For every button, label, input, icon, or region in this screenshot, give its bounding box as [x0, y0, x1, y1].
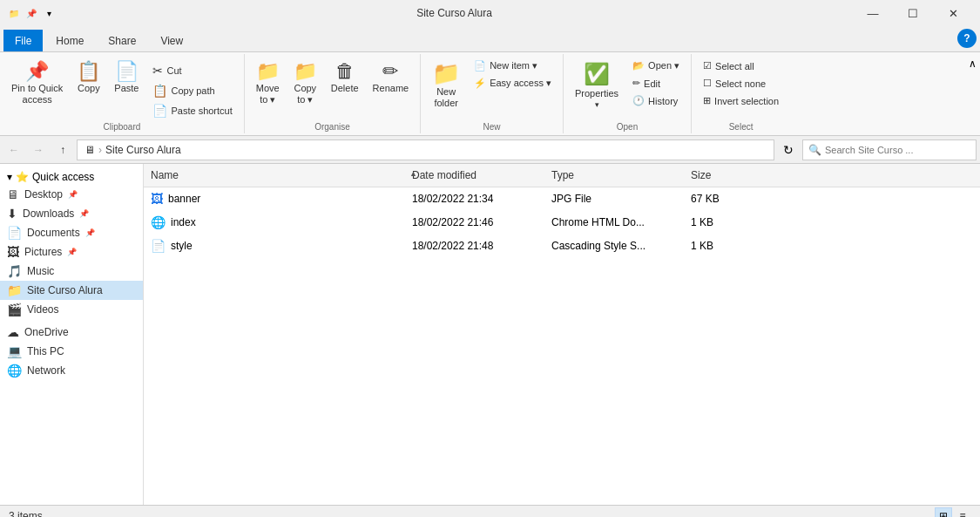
file-list-header: Name Date modified Type Size [144, 164, 980, 187]
ribbon-tabs: File Home Share View ? [0, 26, 980, 52]
copy-path-label: Copy path [171, 85, 214, 96]
music-icon: 🎵 [7, 264, 22, 278]
file-size-style: 1 KB [684, 238, 754, 254]
file-date-index: 18/02/2022 21:46 [405, 214, 544, 230]
file-row-index[interactable]: 🌐 index 18/02/2022 21:46 Chrome HTML Do.… [144, 211, 980, 235]
col-header-type[interactable]: Type [544, 167, 684, 183]
forward-button[interactable]: → [28, 139, 49, 160]
file-type-banner: JPG File [544, 191, 684, 207]
minimize-button[interactable]: — [853, 0, 893, 26]
close-button[interactable]: ✕ [933, 0, 973, 26]
paste-shortcut-label: Paste shortcut [171, 105, 232, 116]
open-btn[interactable]: 📂 Open ▾ [626, 58, 686, 74]
cut-button[interactable]: ✂ Cut [146, 61, 238, 80]
title-bar-icons: 📁 📌 ▾ [7, 6, 56, 20]
quick-access-label: Quick access [32, 171, 94, 183]
tab-share[interactable]: Share [97, 30, 147, 51]
up-button[interactable]: ↑ [52, 139, 73, 160]
help-button[interactable]: ? [957, 29, 977, 48]
back-button[interactable]: ← [3, 139, 24, 160]
clipboard-label: Clipboard [103, 120, 140, 132]
sidebar-item-onedrive[interactable]: ☁ OneDrive [0, 323, 143, 342]
select-items: ☑ Select all ☐ Select none ⊞ Invert sele… [697, 58, 785, 109]
sort-arrow: ▲ [409, 164, 417, 178]
organise-group: 📁 Moveto ▾ 📁 Copyto ▾ 🗑 Delete ✏ Rename … [245, 54, 421, 133]
downloads-label: Downloads [23, 207, 74, 220]
sidebar-item-documents[interactable]: 📄 Documents 📌 [0, 223, 143, 242]
onedrive-icon: ☁ [7, 325, 19, 339]
tab-file[interactable]: File [3, 30, 43, 51]
documents-label: Documents [27, 227, 80, 239]
sidebar-item-pictures[interactable]: 🖼 Pictures 📌 [0, 242, 143, 262]
address-path[interactable]: 🖥 › Site Curso Alura [77, 139, 774, 160]
sidebar-item-downloads[interactable]: ⬇ Downloads 📌 [0, 204, 143, 223]
easy-access-button[interactable]: ⚡ Easy access ▾ [468, 75, 558, 92]
view-list-button[interactable]: ⊞ [935, 507, 952, 518]
index-icon: 🌐 [151, 215, 166, 229]
style-icon: 📄 [151, 239, 166, 253]
move-to-button[interactable]: 📁 Moveto ▾ [250, 58, 286, 110]
dropdown-icon: ▾ [42, 6, 56, 20]
search-box[interactable]: 🔍 [802, 139, 977, 160]
delete-button[interactable]: 🗑 Delete [325, 58, 365, 99]
properties-button[interactable]: ✅ Properties▾ [569, 58, 625, 113]
copy-to-button[interactable]: 📁 Copyto ▾ [287, 58, 323, 110]
videos-icon: 🎬 [7, 303, 22, 316]
rename-button[interactable]: ✏ Rename [367, 58, 416, 99]
tab-view[interactable]: View [149, 30, 194, 51]
search-input[interactable] [825, 145, 970, 155]
col-header-name[interactable]: Name [144, 167, 405, 183]
edit-button[interactable]: ✏ Edit [626, 75, 686, 92]
paste-button[interactable]: 📄 Paste [108, 58, 145, 99]
open-content: ✅ Properties▾ 📂 Open ▾ ✏ Edit 🕐 History [569, 58, 686, 120]
site-curso-icon: 📁 [7, 283, 22, 297]
open-icon: 📂 [632, 60, 645, 71]
ribbon-collapse[interactable]: ∧ [965, 54, 980, 133]
select-none-label: Select none [715, 78, 766, 89]
rename-label: Rename [373, 83, 409, 94]
history-label: History [648, 96, 678, 106]
select-none-icon: ☐ [703, 78, 712, 89]
maximize-button[interactable]: ☐ [893, 0, 933, 26]
sidebar-item-music[interactable]: 🎵 Music [0, 262, 143, 281]
select-all-button[interactable]: ☑ Select all [697, 58, 785, 74]
file-row-style[interactable]: 📄 style 18/02/2022 21:48 Cascading Style… [144, 235, 980, 258]
col-header-date[interactable]: Date modified [405, 167, 544, 183]
view-detail-button[interactable]: ≡ [954, 507, 971, 518]
pin-to-quick-access-button[interactable]: 📌 Pin to Quickaccess [5, 58, 69, 110]
desktop-label: Desktop [24, 188, 63, 201]
easy-access-label: Easy access ▾ [490, 78, 551, 89]
sidebar-item-this-pc[interactable]: 💻 This PC [0, 342, 143, 361]
refresh-button[interactable]: ↻ [778, 139, 799, 160]
copy-path-button[interactable]: 📋 Copy path [146, 81, 238, 100]
move-to-label: Moveto ▾ [256, 83, 280, 105]
sidebar-item-desktop[interactable]: 🖥 Desktop 📌 [0, 185, 143, 204]
collapse-icon: ∧ [969, 58, 977, 70]
downloads-pin: 📌 [79, 209, 89, 218]
copy-button[interactable]: 📋 Copy [71, 58, 106, 99]
path-display: Site Curso Alura [105, 144, 181, 156]
col-header-size[interactable]: Size [684, 167, 754, 183]
paste-shortcut-button[interactable]: 📄 Paste shortcut [146, 101, 238, 120]
tab-home[interactable]: Home [44, 30, 95, 51]
sidebar-item-network[interactable]: 🌐 Network [0, 361, 143, 380]
paste-shortcut-icon: 📄 [152, 104, 167, 118]
sidebar-item-videos[interactable]: 🎬 Videos [0, 300, 143, 319]
sidebar-item-site-curso[interactable]: 📁 Site Curso Alura [0, 281, 143, 300]
select-none-button[interactable]: ☐ Select none [697, 75, 785, 92]
history-button[interactable]: 🕐 History [626, 92, 686, 109]
file-date-style: 18/02/2022 21:48 [405, 238, 544, 254]
new-folder-button[interactable]: 📁 Newfolder [426, 58, 466, 113]
view-toggle: ⊞ ≡ [935, 507, 971, 518]
new-item-button[interactable]: 📄 New item ▾ [468, 58, 558, 74]
cut-icon: ✂ [152, 64, 163, 78]
invert-selection-button[interactable]: ⊞ Invert selection [697, 92, 785, 109]
invert-selection-icon: ⊞ [703, 95, 711, 106]
invert-selection-label: Invert selection [714, 96, 779, 106]
copy-icon: 📋 [77, 62, 100, 81]
copy-to-label: Copyto ▾ [294, 83, 316, 105]
quick-access-header[interactable]: ▾ ⭐ Quick access [0, 167, 143, 185]
pictures-icon: 🖼 [7, 245, 19, 259]
file-row-banner[interactable]: 🖼 banner 18/02/2022 21:34 JPG File 67 KB [144, 187, 980, 211]
history-icon: 🕐 [632, 95, 645, 106]
